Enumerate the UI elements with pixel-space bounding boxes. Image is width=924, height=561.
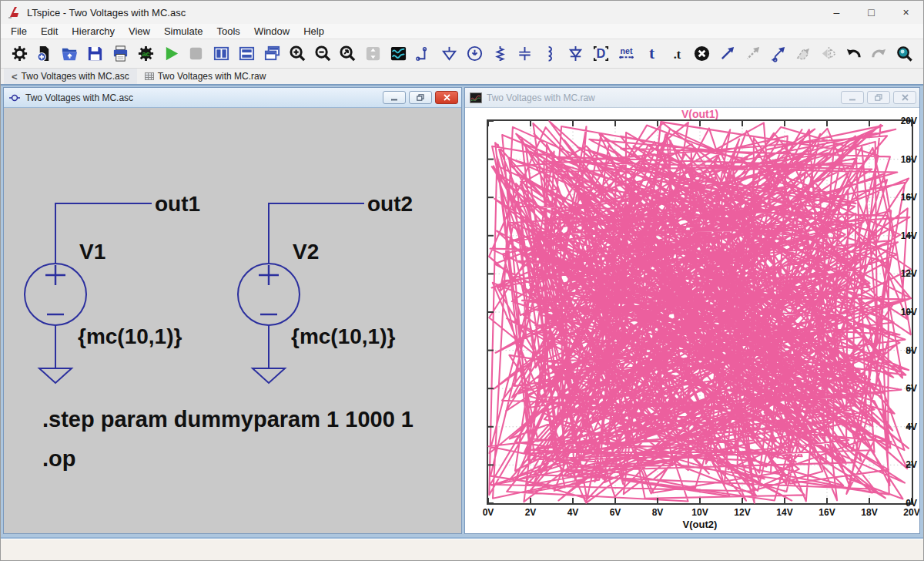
v1-name-label[interactable]: V1 xyxy=(79,240,105,264)
waveform-minimize-button[interactable] xyxy=(841,91,864,104)
menu-hierarchy[interactable]: Hierarchy xyxy=(65,25,122,37)
tile-vertical-icon[interactable] xyxy=(211,42,233,66)
open-icon[interactable] xyxy=(59,42,81,66)
y-tick-label: 6V xyxy=(906,383,917,394)
svg-text:ac: ac xyxy=(142,50,149,58)
maximize-button[interactable]: □ xyxy=(854,1,889,24)
svg-text:.t: .t xyxy=(674,47,681,62)
paste-icon[interactable] xyxy=(792,42,814,66)
net-label-out1[interactable]: out1 xyxy=(155,192,200,216)
schematic-window: Two Voltages with MC.asc xyxy=(3,87,462,534)
title-bar[interactable]: LTspice - Two Voltages with MC.asc – □ × xyxy=(1,1,923,24)
minimize-button[interactable]: – xyxy=(819,1,854,24)
schematic-restore-button[interactable] xyxy=(409,91,432,104)
undo-icon[interactable] xyxy=(843,42,865,66)
diode-icon[interactable] xyxy=(565,42,587,66)
drag-icon[interactable] xyxy=(767,42,788,66)
zoom-out-icon[interactable] xyxy=(312,42,333,66)
schematic-doc-icon xyxy=(8,92,21,103)
net-name-icon[interactable]: net xyxy=(615,42,637,66)
control-panel-icon[interactable] xyxy=(8,42,30,66)
inductor-icon[interactable] xyxy=(540,42,561,66)
x-tick-label: 14V xyxy=(776,507,792,518)
x-tick-label: 8V xyxy=(652,507,664,518)
waveform-window: Two Voltages with MC.raw V(out1) 20V18V1… xyxy=(464,87,920,534)
tab-waveform-label: Two Voltages with MC.raw xyxy=(158,71,266,82)
v2-ground-icon[interactable] xyxy=(253,368,285,383)
y-tick-label: 2V xyxy=(906,459,917,470)
move-icon[interactable] xyxy=(717,42,738,66)
save-icon[interactable] xyxy=(85,42,106,66)
menu-bar: File Edit Hierarchy View Simulate Tools … xyxy=(1,24,923,39)
ground-icon[interactable] xyxy=(438,42,460,66)
print-icon[interactable] xyxy=(109,42,131,66)
menu-window[interactable]: Window xyxy=(247,25,296,37)
tab-schematic-label: Two Voltages with MC.asc xyxy=(22,71,129,82)
menu-file[interactable]: File xyxy=(4,25,34,37)
ltspice-window: LTspice - Two Voltages with MC.asc – □ ×… xyxy=(0,0,924,561)
v2-symbol[interactable] xyxy=(238,264,300,368)
x-tick-label: 6V xyxy=(610,507,621,518)
waveform-plot-area[interactable]: V(out1) 20V18V16V14V12V10V8V6V4V2V0V 0V2… xyxy=(465,108,919,533)
v1-ground-icon[interactable] xyxy=(39,368,72,383)
copy-icon[interactable] xyxy=(742,42,763,66)
tab-bar: < Two Voltages with MC.asc Two Voltages … xyxy=(1,69,923,84)
voltage-source-icon[interactable] xyxy=(464,42,485,66)
waveform-close-button[interactable] xyxy=(893,91,916,104)
svg-text:t: t xyxy=(649,44,654,62)
pan-icon[interactable] xyxy=(363,42,384,66)
zoom-in-icon[interactable] xyxy=(286,42,308,66)
close-button[interactable]: × xyxy=(889,1,923,24)
schematic-canvas[interactable]: out1 V1 {mc(10,1)} out2 V2 {mc(10,1)} .s… xyxy=(4,108,461,533)
x-tick-label: 18V xyxy=(861,507,877,518)
edit-simulation-icon[interactable]: ac xyxy=(135,42,156,66)
halt-icon[interactable] xyxy=(186,42,207,66)
run-icon[interactable] xyxy=(160,42,182,66)
y-tick-label: 18V xyxy=(901,154,917,165)
net-label-out2[interactable]: out2 xyxy=(367,192,413,216)
menu-tools[interactable]: Tools xyxy=(210,25,247,37)
text-tool-icon[interactable]: t xyxy=(641,42,662,66)
window-title: LTspice - Two Voltages with MC.asc xyxy=(27,7,186,18)
x-tick-label: 0V xyxy=(483,507,494,518)
capacitor-icon[interactable] xyxy=(514,42,536,66)
v1-value-label[interactable]: {mc(10,1)} xyxy=(78,324,182,348)
mdi-area: Two Voltages with MC.asc xyxy=(1,84,923,537)
search-icon[interactable] xyxy=(894,42,916,66)
component-icon[interactable]: D xyxy=(590,42,611,66)
v1-symbol[interactable] xyxy=(25,264,86,368)
redo-icon[interactable] xyxy=(869,42,890,66)
x-tick-label: 10V xyxy=(691,507,708,518)
wire-icon[interactable] xyxy=(413,42,435,66)
menu-simulate[interactable]: Simulate xyxy=(157,25,210,37)
menu-edit[interactable]: Edit xyxy=(34,25,65,37)
schematic-close-button[interactable] xyxy=(435,91,458,104)
tool-bar: acDnett.t xyxy=(1,39,923,69)
tile-horizontal-icon[interactable] xyxy=(236,42,258,66)
zoom-fit-icon[interactable] xyxy=(337,42,359,66)
op-directive-text[interactable]: .op xyxy=(42,446,76,471)
v2-value-label[interactable]: {mc(10,1)} xyxy=(291,324,396,348)
new-schematic-icon[interactable] xyxy=(34,42,55,66)
mirror-icon[interactable] xyxy=(818,42,839,66)
x-tick-label: 2V xyxy=(525,507,537,518)
menu-help[interactable]: Help xyxy=(296,25,331,37)
step-directive-text[interactable]: .step param dummyparam 1 1000 1 xyxy=(42,407,413,432)
schematic-window-titlebar[interactable]: Two Voltages with MC.asc xyxy=(4,88,461,108)
tab-schematic[interactable]: < Two Voltages with MC.asc xyxy=(4,69,137,84)
waveform-restore-button[interactable] xyxy=(867,91,890,104)
cascade-icon[interactable] xyxy=(261,42,283,66)
x-tick-label: 20V xyxy=(903,507,919,518)
menu-view[interactable]: View xyxy=(122,25,157,37)
waveform-pane-icon[interactable] xyxy=(388,42,410,66)
v2-name-label[interactable]: V2 xyxy=(293,240,319,264)
schematic-minimize-button[interactable] xyxy=(383,91,406,104)
spice-directive-icon[interactable]: .t xyxy=(666,42,688,66)
resistor-icon[interactable] xyxy=(489,42,511,66)
tab-waveform[interactable]: Two Voltages with MC.raw xyxy=(137,69,274,84)
waveform-window-titlebar[interactable]: Two Voltages with MC.raw xyxy=(465,88,919,108)
delete-icon[interactable] xyxy=(691,42,713,66)
x-tick-label: 12V xyxy=(734,507,750,518)
plot-frame[interactable] xyxy=(487,119,913,505)
waveform-window-title: Two Voltages with MC.raw xyxy=(487,92,595,103)
